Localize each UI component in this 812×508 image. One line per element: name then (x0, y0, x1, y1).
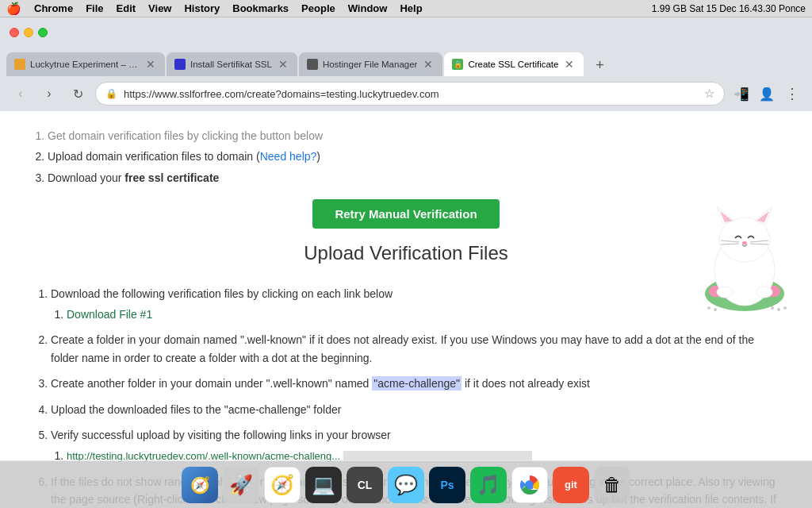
cat-illustration: </> (693, 198, 796, 318)
page-content: </> Get domain verification files by cli… (0, 111, 812, 508)
dock-messages[interactable]: 💬 (388, 467, 424, 503)
section-title: Upload Verification Files (32, 238, 780, 268)
url-actions: ☆ (704, 87, 714, 101)
dock-terminal[interactable]: 💻 (305, 467, 342, 503)
step-4: Upload the downloaded files to the "acme… (51, 401, 780, 418)
dock-chrome[interactable] (511, 467, 548, 503)
menu-file[interactable]: File (86, 2, 103, 14)
step-1-sub: Download File #1 (51, 306, 780, 323)
svg-point-17 (714, 308, 717, 311)
tab-title-3: Hostinger File Manager (323, 60, 418, 69)
step-1: Download the following verification file… (51, 285, 780, 324)
dock-spotify[interactable]: 🎵 (470, 467, 507, 503)
svg-point-3 (719, 217, 770, 262)
step-3: Create another folder in your domain und… (51, 375, 780, 392)
dock-launchpad[interactable]: 🚀 (223, 467, 259, 503)
intro-item-2: Upload domain verification files to doma… (48, 148, 780, 165)
retry-btn-container: Retry Manual Verification (32, 199, 780, 229)
tab-create-ssl[interactable]: 🔒 Create SSL Certificate ✕ (444, 52, 584, 76)
close-button[interactable] (10, 28, 19, 37)
svg-point-18 (771, 306, 774, 310)
title-bar (0, 17, 812, 48)
tabs-bar: Luckytrue Experiment – Hello ... ✕ Insta… (0, 48, 812, 76)
svg-point-16 (707, 306, 710, 310)
address-bar: ‹ › ↻ 🔒 https://www.sslforfree.com/creat… (0, 76, 812, 111)
system-status: 1.99 GB Sat 15 Dec 16.43.30 Ponce (652, 3, 806, 14)
dock-trash[interactable]: 🗑 (594, 467, 630, 503)
cast-icon[interactable]: 📲 (731, 83, 752, 104)
tab-luckytrue[interactable]: Luckytrue Experiment – Hello ... ✕ (6, 52, 165, 76)
intro-list: Get domain verification files by clickin… (32, 127, 780, 187)
maximize-button[interactable] (38, 28, 48, 37)
tab-close-4[interactable]: ✕ (563, 57, 576, 71)
new-tab-button[interactable]: + (588, 54, 611, 76)
svg-text:</>: </> (733, 285, 753, 298)
menu-bar-right: 1.99 GB Sat 15 Dec 16.43.30 Ponce (652, 3, 806, 14)
menu-bookmarks[interactable]: Bookmarks (232, 2, 289, 14)
dock: 🧭 🚀 🧭 💻 CL 💬 Ps 🎵 git 🗑 (0, 460, 812, 508)
menu-bar: 🍎 Chrome File Edit View History Bookmark… (0, 0, 812, 17)
chrome-window: Luckytrue Experiment – Hello ... ✕ Insta… (0, 17, 812, 508)
star-icon[interactable]: ☆ (704, 87, 714, 101)
dock-photoshop[interactable]: Ps (429, 467, 465, 503)
tab-close-3[interactable]: ✕ (422, 57, 435, 71)
retry-manual-verification-button[interactable]: Retry Manual Verification (312, 199, 499, 229)
tab-title-4: Create SSL Certificate (468, 60, 558, 69)
intro-item-1: Get domain verification files by clickin… (48, 127, 780, 144)
step-2: Create a folder in your domain named ".w… (51, 331, 780, 367)
tab-favicon-3 (307, 59, 318, 70)
menu-help[interactable]: Help (400, 2, 422, 14)
tab-favicon-1 (14, 59, 25, 70)
menu-edit[interactable]: Edit (117, 2, 136, 14)
back-button[interactable]: ‹ (10, 83, 32, 105)
dock-cl[interactable]: CL (347, 467, 383, 503)
dock-git[interactable]: git (553, 467, 589, 503)
dock-safari[interactable]: 🧭 (264, 467, 301, 503)
tab-title-1: Luckytrue Experiment – Hello ... (30, 60, 140, 69)
forward-button[interactable]: › (38, 83, 60, 105)
need-help-link[interactable]: Need help? (260, 150, 317, 163)
apple-menu[interactable]: 🍎 (6, 2, 21, 16)
tab-favicon-2 (174, 59, 186, 70)
more-menu-icon[interactable]: ⋮ (782, 83, 802, 104)
account-icon[interactable]: 👤 (756, 83, 777, 104)
menu-people[interactable]: People (301, 2, 335, 14)
tab-title-2: Install Sertifikat SSL (190, 60, 272, 69)
url-text: https://www.sslforfree.com/create?domain… (124, 88, 698, 100)
download-file-1-link[interactable]: Download File #1 (67, 308, 152, 321)
minimize-button[interactable] (24, 28, 33, 37)
reload-button[interactable]: ↻ (67, 83, 89, 105)
lock-icon: 🔒 (105, 88, 117, 99)
tab-close-1[interactable]: ✕ (144, 57, 157, 71)
menu-view[interactable]: View (148, 2, 171, 14)
tab-install-ssl[interactable]: Install Sertifikat SSL ✕ (167, 52, 297, 76)
address-right-icons: 📲 👤 ⋮ (731, 83, 802, 104)
svg-point-14 (717, 287, 733, 298)
svg-point-23 (527, 481, 534, 488)
menu-chrome[interactable]: Chrome (34, 2, 73, 14)
tab-hostinger[interactable]: Hostinger File Manager ✕ (299, 52, 443, 76)
step-5: Verify successful upload by visiting the… (51, 426, 780, 465)
svg-point-8 (742, 241, 747, 244)
svg-point-15 (756, 287, 772, 298)
traffic-lights (10, 28, 48, 37)
download-file-link: Download File #1 (67, 306, 780, 323)
svg-point-20 (783, 306, 787, 310)
menu-history[interactable]: History (184, 2, 220, 14)
url-bar[interactable]: 🔒 https://www.sslforfree.com/create?doma… (95, 82, 725, 106)
menu-window[interactable]: Window (348, 2, 388, 14)
acme-challenge-highlight: "acme-challenge" (372, 376, 462, 391)
intro-item-3: Download your free ssl certificate (48, 169, 780, 187)
svg-point-19 (777, 308, 780, 311)
dock-finder[interactable]: 🧭 (182, 467, 218, 503)
tab-close-2[interactable]: ✕ (277, 57, 289, 71)
